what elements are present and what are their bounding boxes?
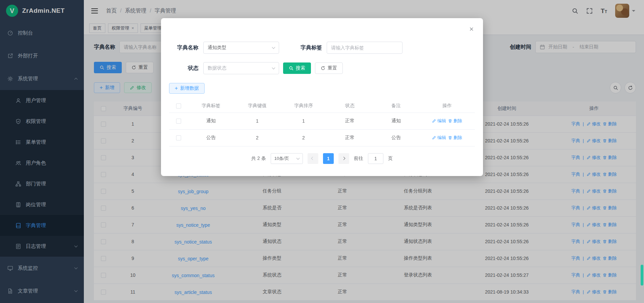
delete-icon <box>448 136 452 140</box>
header-dict-sort: 字典排序 <box>280 99 327 113</box>
add-data-button[interactable]: +新增数据 <box>169 83 205 94</box>
table-row: 通知11正常通知编辑删除 <box>169 113 475 129</box>
pagination: 共 2 条 10条/页 1 前往 页 <box>169 153 475 164</box>
checkbox-cell <box>169 129 188 146</box>
select-all-checkbox[interactable] <box>176 103 181 109</box>
edit-icon <box>432 136 436 140</box>
dialog-toolbar: +新增数据 <box>169 83 475 94</box>
row-delete-link[interactable]: 删除 <box>448 135 462 141</box>
row-checkbox[interactable] <box>176 119 181 124</box>
cell-dict-value: 2 <box>234 129 280 146</box>
status-label: 状态 <box>169 65 199 72</box>
header-checkbox-cell <box>169 99 188 113</box>
prev-page-button[interactable] <box>308 153 318 164</box>
header-dict-label: 字典标签 <box>188 99 234 113</box>
row-edit-link[interactable]: 编辑 <box>432 135 446 141</box>
row-delete-link[interactable]: 删除 <box>448 118 462 124</box>
page-size-select[interactable]: 10条/页 <box>271 153 303 164</box>
modal-table-body: 通知11正常通知编辑删除公告22正常公告编辑删除 <box>169 113 475 146</box>
chevron-down-icon <box>272 66 275 70</box>
header-dict-value: 字典键值 <box>234 99 280 113</box>
delete-icon <box>448 119 452 123</box>
page-scrollbar-thumb[interactable] <box>641 265 643 286</box>
cell-dict-sort: 1 <box>280 113 327 129</box>
close-icon[interactable]: × <box>469 26 474 33</box>
checkbox-cell <box>169 113 188 129</box>
cell-dict-sort: 2 <box>280 129 327 146</box>
cell-status: 正常 <box>327 113 373 129</box>
dialog-filter-row-2: 状态 数据状态 搜索 重置 <box>169 62 475 74</box>
pagination-total: 共 2 条 <box>251 156 266 162</box>
header-remark: 备注 <box>373 99 419 113</box>
plus-icon: + <box>175 86 178 91</box>
cell-dict-label: 通知 <box>188 113 234 129</box>
goto-label: 前往 <box>354 156 363 162</box>
cell-dict-value: 1 <box>234 113 280 129</box>
dict-label-label: 字典标签 <box>292 44 322 51</box>
header-status: 状态 <box>327 99 373 113</box>
refresh-icon <box>321 66 325 71</box>
next-page-button[interactable] <box>338 153 349 164</box>
chevron-right-icon <box>342 157 345 160</box>
table-header-row: 字典标签 字典键值 字典排序 状态 备注 操作 <box>169 99 475 113</box>
cell-remark: 公告 <box>373 129 419 146</box>
chevron-down-icon <box>272 46 275 49</box>
header-operations: 操作 <box>419 99 475 113</box>
dict-name-label: 字典名称 <box>169 44 199 51</box>
cell-status: 正常 <box>327 129 373 146</box>
dialog-search-button[interactable]: 搜索 <box>283 62 311 74</box>
cell-remark: 通知 <box>373 113 419 129</box>
table-row: 公告22正常公告编辑删除 <box>169 129 475 146</box>
cell-operations: 编辑删除 <box>419 129 475 146</box>
cell-dict-label: 公告 <box>188 129 234 146</box>
row-edit-link[interactable]: 编辑 <box>432 118 446 124</box>
dict-data-table: 字典标签 字典键值 字典排序 状态 备注 操作 通知11正常通知编辑删除公告22… <box>169 99 475 146</box>
goto-unit-label: 页 <box>388 156 393 162</box>
dialog-filter-row-1: 字典名称 通知类型 字典标签 <box>169 42 475 54</box>
dict-data-dialog: × 字典名称 通知类型 字典标签 状态 数据状态 搜索 重置 +新增数据 <box>161 18 483 176</box>
edit-icon <box>432 119 436 123</box>
chevron-left-icon <box>311 157 315 160</box>
row-checkbox[interactable] <box>176 135 181 140</box>
search-icon <box>289 66 293 71</box>
dict-label-input[interactable] <box>327 42 402 54</box>
goto-page-input[interactable] <box>368 153 383 164</box>
status-select[interactable]: 数据状态 <box>203 62 279 74</box>
dict-name-select[interactable]: 通知类型 <box>203 42 279 54</box>
page-number-current[interactable]: 1 <box>323 153 334 164</box>
cell-operations: 编辑删除 <box>419 113 475 129</box>
dialog-reset-button[interactable]: 重置 <box>315 62 343 74</box>
chevron-down-icon <box>296 156 300 160</box>
